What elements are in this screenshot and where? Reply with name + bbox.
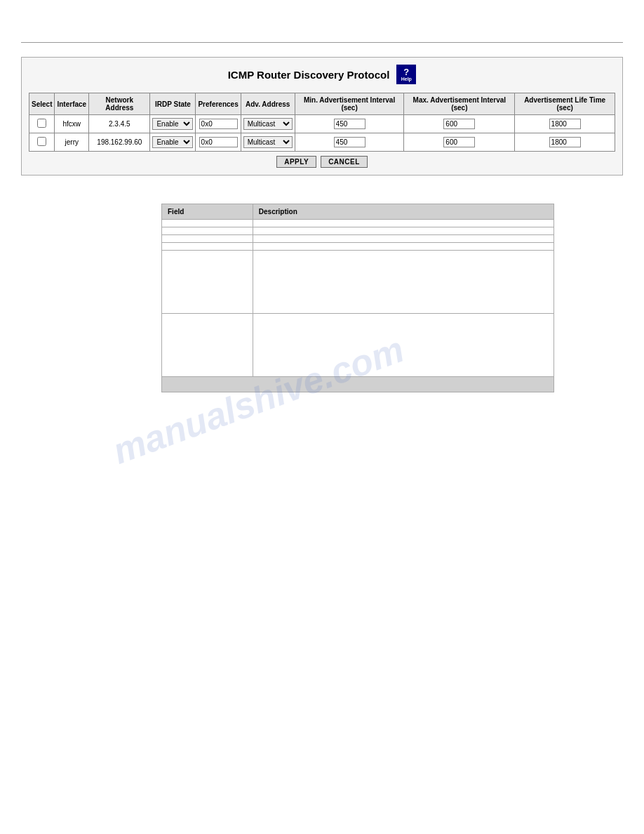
- col-preferences: Preferences: [196, 93, 241, 115]
- ref-row-1: [162, 220, 554, 227]
- col-min-adv: Min. Advertisement Interval (sec): [295, 93, 404, 115]
- col-adv-life: Advertisement Life Time (sec): [515, 93, 615, 115]
- lower-section: Field Description: [161, 204, 623, 392]
- adv-life-input-2[interactable]: [549, 137, 581, 147]
- ref-row-4: [162, 243, 554, 251]
- col-max-adv: Max. Advertisement Interval (sec): [404, 93, 515, 115]
- adv-address-select-1[interactable]: Multicast Broadcast: [243, 118, 293, 130]
- ref-table-header: Field Description: [162, 204, 554, 220]
- adv-life-input-1[interactable]: [549, 119, 581, 129]
- preferences-input-1[interactable]: [199, 119, 238, 129]
- action-row: APPLY CANCEL: [29, 156, 615, 168]
- ref-desc-1: [253, 220, 554, 227]
- ref-row-2: [162, 227, 554, 235]
- panel-title-row: ICMP Router Discovery Protocol ? Help: [29, 65, 615, 84]
- page-wrapper: ICMP Router Discovery Protocol ? Help Se…: [0, 42, 644, 834]
- table-row: hfcxw 2.3.4.5 Enable Disable Multicast: [29, 115, 615, 133]
- help-icon[interactable]: ? Help: [396, 65, 416, 84]
- ref-field-1: [162, 220, 253, 227]
- ref-desc-4: [253, 243, 554, 251]
- select-checkbox-2[interactable]: [37, 137, 46, 146]
- ref-field-6: [162, 314, 253, 377]
- irdp-state-select-2[interactable]: Enable Disable: [152, 136, 193, 148]
- max-adv-input-2[interactable]: [443, 137, 475, 147]
- ref-desc-5: [253, 251, 554, 314]
- ref-footer-cell: [162, 377, 554, 392]
- ref-field-5: [162, 251, 253, 314]
- ref-col-field: Field: [162, 204, 253, 220]
- col-network-address: Network Address: [89, 93, 150, 115]
- min-adv-input-2[interactable]: [334, 137, 365, 147]
- ref-field-2: [162, 227, 253, 235]
- preferences-input-2[interactable]: [199, 137, 238, 147]
- network-address-2: 198.162.99.60: [89, 133, 150, 152]
- ref-field-3: [162, 235, 253, 243]
- ref-row-6: [162, 314, 554, 377]
- irdp-state-select-1[interactable]: Enable Disable: [152, 118, 193, 130]
- interface-2: jerry: [55, 133, 89, 152]
- table-row: jerry 198.162.99.60 Enable Disable Multi…: [29, 133, 615, 152]
- ref-col-desc: Description: [253, 204, 554, 220]
- col-select: Select: [29, 93, 55, 115]
- cancel-button[interactable]: CANCEL: [321, 156, 368, 168]
- ref-desc-3: [253, 235, 554, 243]
- col-irdp-state: IRDP State: [150, 93, 196, 115]
- interface-1: hfcxw: [55, 115, 89, 133]
- max-adv-input-1[interactable]: [443, 119, 475, 129]
- icmp-table: Select Interface Network Address IRDP St…: [29, 93, 615, 152]
- ref-desc-2: [253, 227, 554, 235]
- ref-table: Field Description: [161, 204, 554, 392]
- col-interface: Interface: [55, 93, 89, 115]
- ref-desc-6: [253, 314, 554, 377]
- network-address-1: 2.3.4.5: [89, 115, 150, 133]
- ref-table-footer: [162, 377, 554, 392]
- col-adv-address: Adv. Address: [241, 93, 295, 115]
- top-rule: [21, 42, 623, 43]
- main-panel: ICMP Router Discovery Protocol ? Help Se…: [21, 57, 623, 176]
- select-checkbox-1[interactable]: [37, 119, 46, 128]
- apply-button[interactable]: APPLY: [276, 156, 316, 168]
- min-adv-input-1[interactable]: [334, 119, 365, 129]
- ref-row-3: [162, 235, 554, 243]
- ref-row-5: [162, 251, 554, 314]
- ref-field-4: [162, 243, 253, 251]
- adv-address-select-2[interactable]: Multicast Broadcast: [243, 136, 293, 148]
- panel-title: ICMP Router Discovery Protocol: [228, 69, 390, 81]
